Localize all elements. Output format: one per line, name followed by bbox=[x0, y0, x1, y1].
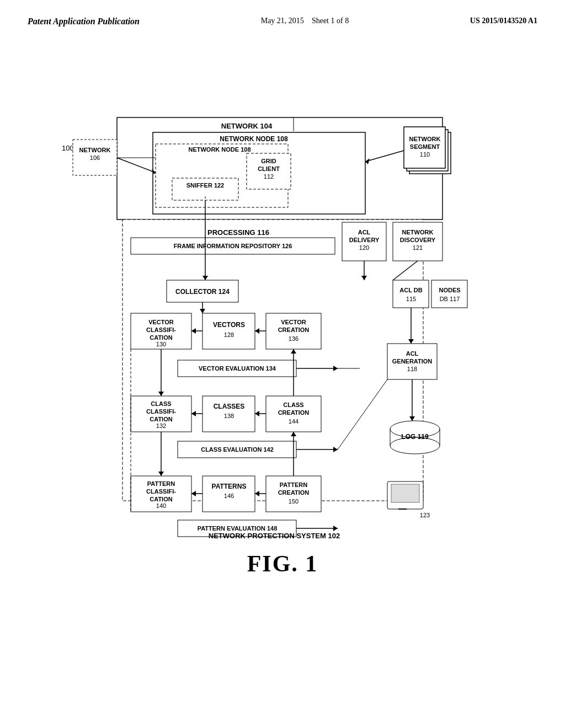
ref-123: 123 bbox=[420, 512, 430, 518]
frame-info-repo-label: FRAME INFORMATION REPOSITORY 126 bbox=[174, 243, 292, 249]
grid-label: GRID bbox=[261, 158, 276, 164]
log-label: LOG 119 bbox=[401, 433, 429, 441]
network-106-label: NETWORK bbox=[79, 147, 111, 153]
acl-delivery-label: ACL bbox=[358, 229, 371, 235]
acl-delivery-num: 120 bbox=[359, 244, 369, 251]
acl-delivery-label2: DELIVERY bbox=[349, 237, 380, 243]
network-106-num: 106 bbox=[90, 154, 100, 161]
nodes-db-label: NODES bbox=[439, 287, 460, 293]
diagram-area: 100 NETWORK 104 NETWORK NODE 108 NETWORK… bbox=[45, 43, 520, 577]
svg-rect-27 bbox=[431, 280, 467, 308]
classes-num: 138 bbox=[224, 413, 234, 419]
pattern-class-num: 140 bbox=[156, 502, 166, 509]
class-class-num: 132 bbox=[156, 422, 166, 429]
pattern-class-label: PATTERN bbox=[147, 480, 175, 487]
network-node-108-outer-label: NETWORK NODE 108 bbox=[220, 135, 288, 143]
network-node-108-inner-label: NETWORK NODE 108 bbox=[188, 146, 250, 153]
segment-110-num: 110 bbox=[420, 151, 430, 158]
pattern-creation-num: 150 bbox=[289, 498, 299, 505]
svg-rect-26 bbox=[393, 280, 429, 308]
class-creation-label: CLASS bbox=[283, 402, 303, 408]
page-header: Patent Application Publication May 21, 2… bbox=[28, 17, 537, 26]
architecture-diagram: 100 NETWORK 104 NETWORK NODE 108 NETWORK… bbox=[45, 43, 520, 539]
vector-eval-label: VECTOR EVALUATION 134 bbox=[199, 365, 276, 372]
vector-class-label: VECTOR bbox=[148, 319, 174, 325]
class-eval-label: CLASS EVALUATION 142 bbox=[201, 446, 274, 453]
acl-db-label: ACL DB bbox=[399, 287, 422, 293]
sheet: Sheet 1 of 8 bbox=[312, 17, 349, 25]
sheet-info: May 21, 2015 Sheet 1 of 8 bbox=[261, 17, 349, 25]
class-class-label: CLASS bbox=[151, 400, 171, 407]
class-creation-num: 144 bbox=[289, 418, 299, 425]
discovery-label: DISCOVERY bbox=[400, 237, 436, 243]
acl-gen-label2: GENERATION bbox=[392, 358, 433, 365]
network-segment-label: NETWORK bbox=[409, 136, 441, 142]
vectors-num: 128 bbox=[224, 331, 234, 338]
acl-db-num: 115 bbox=[406, 296, 416, 302]
vector-class-label2: CLASSIFI- bbox=[146, 326, 176, 333]
acl-gen-label: ACL bbox=[406, 350, 419, 357]
classes-label: CLASSES bbox=[214, 403, 245, 410]
patent-number: US 2015/0143520 A1 bbox=[470, 17, 537, 25]
vector-class-num: 130 bbox=[156, 341, 166, 347]
segment-label: SEGMENT bbox=[410, 143, 440, 150]
discovery-num: 121 bbox=[413, 244, 423, 251]
client-112-label: 112 bbox=[264, 173, 274, 180]
sniffer-label: SNIFFER 122 bbox=[186, 182, 224, 189]
collector-label: COLLECTOR 124 bbox=[175, 288, 230, 296]
patterns-num: 146 bbox=[224, 493, 234, 499]
vector-creation-label2: CREATION bbox=[278, 326, 310, 333]
nodes-db-num: DB 117 bbox=[440, 296, 460, 302]
pattern-creation-label2: CREATION bbox=[278, 489, 310, 496]
patterns-label: PATTERNS bbox=[212, 483, 247, 490]
svg-rect-81 bbox=[391, 484, 419, 502]
pattern-creation-label: PATTERN bbox=[280, 481, 307, 488]
vector-creation-label: VECTOR bbox=[281, 319, 306, 325]
pattern-class-label3: CATION bbox=[150, 496, 172, 502]
pattern-class-label2: CLASSIFI- bbox=[146, 488, 176, 495]
vector-class-label3: CATION bbox=[150, 334, 172, 341]
date: May 21, 2015 bbox=[261, 17, 304, 25]
vectors-label: VECTORS bbox=[213, 321, 245, 329]
publication-label: Patent Application Publication bbox=[28, 17, 140, 26]
class-class-label2: CLASSIFI- bbox=[146, 408, 176, 415]
ref-100: 100 bbox=[62, 144, 74, 152]
acl-gen-num: 118 bbox=[407, 366, 417, 372]
class-creation-label2: CREATION bbox=[278, 409, 310, 416]
processing-116-label: PROCESSING 116 bbox=[207, 228, 269, 237]
pattern-eval-label: PATTERN EVALUATION 148 bbox=[198, 525, 278, 532]
network-discovery-label: NETWORK bbox=[402, 229, 434, 235]
client-label: CLIENT bbox=[258, 165, 280, 172]
fig-label: FIG. 1 bbox=[45, 550, 520, 577]
network-protection-label: NETWORK PROTECTION SYSTEM 102 bbox=[209, 532, 340, 539]
page: Patent Application Publication May 21, 2… bbox=[0, 0, 565, 728]
svg-marker-79 bbox=[333, 526, 338, 531]
network-104-label: NETWORK 104 bbox=[221, 122, 273, 130]
vector-creation-num: 136 bbox=[289, 335, 299, 342]
class-class-label3: CATION bbox=[150, 416, 172, 422]
